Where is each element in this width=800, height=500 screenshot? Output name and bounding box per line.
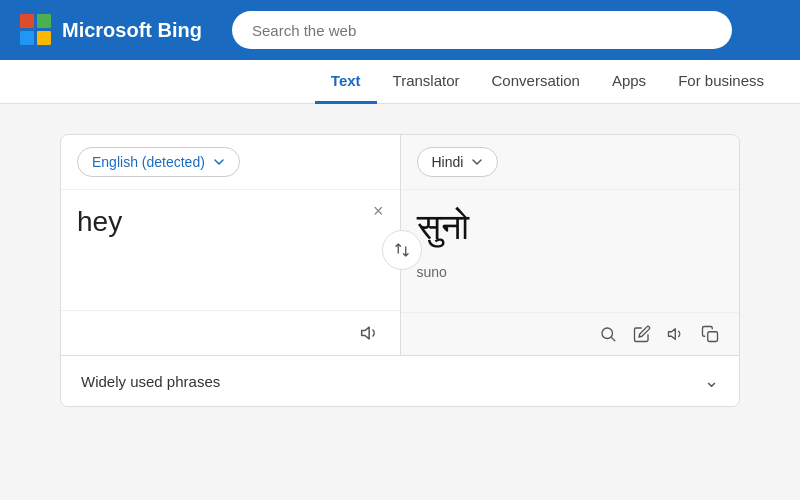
- source-panel: English (detected) hey ×: [61, 135, 401, 355]
- romanized-text: suno: [417, 264, 724, 280]
- logo-text: Microsoft Bing: [62, 19, 202, 42]
- logo-area: Microsoft Bing: [20, 14, 202, 46]
- phrases-chevron-icon: ⌄: [704, 370, 719, 392]
- swap-languages-button[interactable]: [382, 230, 422, 270]
- target-lang-button[interactable]: Hindi: [417, 147, 499, 177]
- svg-rect-1: [708, 332, 718, 342]
- chevron-down-icon: [213, 156, 225, 168]
- nav-bar: Text Translator Conversation Apps For bu…: [0, 60, 800, 104]
- target-copy-button[interactable]: [697, 321, 723, 347]
- search-input[interactable]: [232, 11, 732, 49]
- source-speak-button[interactable]: [356, 319, 384, 347]
- logo-square-blue: [20, 31, 34, 45]
- main-content: English (detected) hey ×: [0, 104, 800, 437]
- logo-square-red: [20, 14, 34, 28]
- target-output-area: सुनो suno: [401, 190, 740, 312]
- target-speak-button[interactable]: [663, 321, 689, 347]
- widely-used-phrases-bar[interactable]: Widely used phrases ⌄: [61, 355, 739, 406]
- clear-button[interactable]: ×: [373, 202, 384, 220]
- tab-text[interactable]: Text: [315, 60, 377, 104]
- speaker-icon: [667, 325, 685, 343]
- header: Microsoft Bing: [0, 0, 800, 60]
- speaker-icon: [360, 323, 380, 343]
- translator-box: English (detected) hey ×: [60, 134, 740, 407]
- target-lang-selector[interactable]: Hindi: [401, 135, 740, 190]
- source-lang-button[interactable]: English (detected): [77, 147, 240, 177]
- tab-conversation[interactable]: Conversation: [476, 60, 596, 104]
- logo-square-yellow: [37, 31, 51, 45]
- phrases-label: Widely used phrases: [81, 373, 220, 390]
- target-panel: Hindi सुनो suno: [401, 135, 740, 355]
- swap-icon: [393, 241, 411, 259]
- target-edit-button[interactable]: [629, 321, 655, 347]
- search-icon: [599, 325, 617, 343]
- target-search-button[interactable]: [595, 321, 621, 347]
- source-lang-label: English (detected): [92, 154, 205, 170]
- tab-apps[interactable]: Apps: [596, 60, 662, 104]
- tab-for-business[interactable]: For business: [662, 60, 780, 104]
- target-lang-label: Hindi: [432, 154, 464, 170]
- search-bar[interactable]: [232, 11, 732, 49]
- source-input-area[interactable]: hey ×: [61, 190, 400, 310]
- bing-logo-squares: [20, 14, 52, 46]
- logo-square-green: [37, 14, 51, 28]
- chevron-down-icon: [471, 156, 483, 168]
- source-bottom-bar: [61, 310, 400, 355]
- source-text: hey: [77, 206, 384, 238]
- translated-text: सुनो: [417, 206, 724, 248]
- source-lang-selector[interactable]: English (detected): [61, 135, 400, 190]
- translator-panels: English (detected) hey ×: [61, 135, 739, 355]
- edit-icon: [633, 325, 651, 343]
- tab-translator[interactable]: Translator: [377, 60, 476, 104]
- target-bottom-bar: [401, 312, 740, 355]
- copy-icon: [701, 325, 719, 343]
